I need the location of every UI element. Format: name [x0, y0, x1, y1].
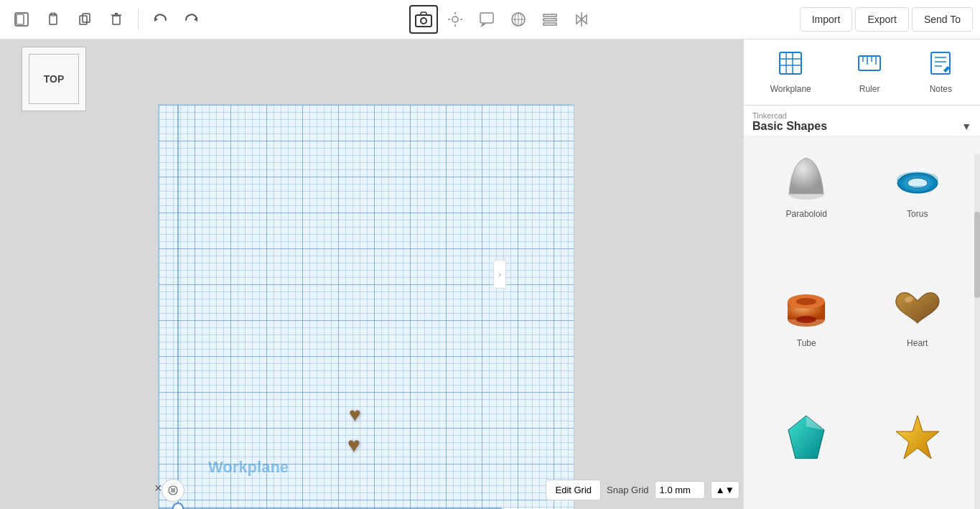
star-shape-item[interactable]: [862, 401, 974, 459]
tube-icon: [774, 284, 839, 334]
star-icon: [885, 412, 950, 459]
category-dropdown[interactable]: Basic Shapes ▼: [752, 120, 971, 133]
canvas-area[interactable]: ♥ ♥ Workplane × Edit Grid Snap Grid ▲▼ ›: [0, 39, 743, 509]
notes-icon: [928, 50, 953, 81]
heart-shape-item[interactable]: Heart: [862, 273, 974, 402]
undo-button[interactable]: [146, 5, 174, 34]
tinkercad-section: Tinkercad Basic Shapes ▼: [744, 106, 980, 136]
category-label: Basic Shapes: [752, 120, 827, 133]
svg-marker-28: [582, 15, 587, 24]
shapes-grid: Paraboloid: [744, 136, 980, 509]
dropdown-arrow-icon: ▼: [961, 121, 971, 132]
svg-rect-46: [780, 52, 801, 74]
import-button[interactable]: Import: [800, 7, 853, 32]
ruler-icon: [857, 50, 882, 81]
paraboloid-label: Paraboloid: [786, 209, 827, 219]
scrollbar-thumb[interactable]: [974, 212, 980, 298]
toggle-arrow: ›: [498, 270, 501, 279]
svg-point-13: [452, 17, 458, 22]
flag-button[interactable]: [504, 5, 533, 34]
tube-shape-item[interactable]: Tube: [751, 273, 862, 402]
clipboard-button[interactable]: [39, 5, 67, 34]
svg-point-68: [796, 316, 816, 323]
layers-button[interactable]: [536, 5, 564, 34]
copy-button[interactable]: [70, 5, 99, 34]
axis-vertical: [177, 105, 179, 509]
torus-shape-item[interactable]: Torus: [862, 144, 974, 273]
torus-icon: [885, 154, 950, 205]
ruler-tab[interactable]: Ruler: [846, 47, 893, 98]
svg-marker-9: [154, 17, 158, 22]
svg-marker-72: [896, 416, 939, 459]
paraboloid-shape-item[interactable]: Paraboloid: [751, 144, 862, 273]
panel-toggle[interactable]: ›: [493, 260, 506, 289]
paraboloid-icon: [774, 154, 839, 205]
workplane-tab-label: Workplane: [770, 84, 811, 94]
svg-point-12: [421, 18, 426, 24]
tinkercad-brand: Tinkercad: [752, 111, 971, 120]
svg-rect-6: [113, 16, 120, 24]
svg-rect-18: [480, 13, 493, 23]
heart-shape-2[interactable]: ♥: [347, 433, 360, 457]
camera-button[interactable]: [409, 5, 438, 34]
sendto-button[interactable]: Send To: [912, 7, 973, 32]
ruler-tab-label: Ruler: [859, 84, 880, 94]
gem-shape-item[interactable]: [751, 401, 862, 459]
axis-origin: [172, 503, 184, 509]
workplane-icon: [778, 50, 803, 81]
svg-rect-51: [859, 56, 880, 70]
notes-tab-label: Notes: [930, 84, 952, 94]
right-buttons: Import Export Send To: [800, 7, 973, 32]
bottom-controls: Edit Grid Snap Grid ▲▼: [546, 480, 739, 500]
heart-label: Heart: [907, 338, 928, 348]
right-panel: Workplane Ruler: [743, 39, 980, 509]
heart-shape-1[interactable]: ♥: [349, 403, 361, 426]
snap-stepper[interactable]: ▲▼: [711, 481, 739, 499]
edit-grid-button[interactable]: Edit Grid: [546, 480, 601, 500]
notes-tab[interactable]: Notes: [917, 47, 964, 98]
svg-rect-23: [543, 14, 556, 17]
chat-button[interactable]: [472, 5, 501, 34]
delete-button[interactable]: [102, 5, 131, 34]
scrollbar-track: [974, 154, 980, 509]
close-canvas-button[interactable]: ×: [154, 481, 162, 496]
new-button[interactable]: [7, 5, 36, 34]
torus-label: Torus: [907, 209, 928, 219]
svg-rect-1: [17, 14, 24, 24]
separator-1: [138, 9, 139, 30]
panel-tabs: Workplane Ruler: [744, 39, 980, 106]
workplane-tab[interactable]: Workplane: [760, 47, 822, 98]
svg-rect-24: [543, 19, 556, 21]
tube-label: Tube: [797, 338, 816, 348]
svg-point-67: [796, 298, 816, 305]
svg-rect-11: [416, 15, 431, 27]
gem-icon: [774, 412, 839, 459]
heart-icon: [885, 284, 950, 334]
menu-icon[interactable]: [162, 479, 185, 502]
grid-canvas[interactable]: ♥ ♥: [158, 104, 574, 509]
main-area: TOP ♥ ♥ Workplane: [0, 39, 980, 509]
view-cube[interactable]: TOP: [22, 47, 86, 111]
light-button[interactable]: [441, 5, 470, 34]
mirror-button[interactable]: [567, 5, 596, 34]
svg-rect-25: [543, 23, 556, 25]
svg-rect-4: [80, 16, 87, 24]
svg-marker-10: [194, 17, 197, 22]
snap-label: Snap Grid: [607, 485, 649, 495]
redo-button[interactable]: [177, 5, 206, 34]
view-cube-label: TOP: [29, 54, 79, 104]
export-button[interactable]: Export: [855, 7, 908, 32]
snap-input[interactable]: [655, 481, 705, 499]
top-toolbar: Import Export Send To: [0, 0, 980, 39]
svg-rect-5: [83, 14, 90, 22]
